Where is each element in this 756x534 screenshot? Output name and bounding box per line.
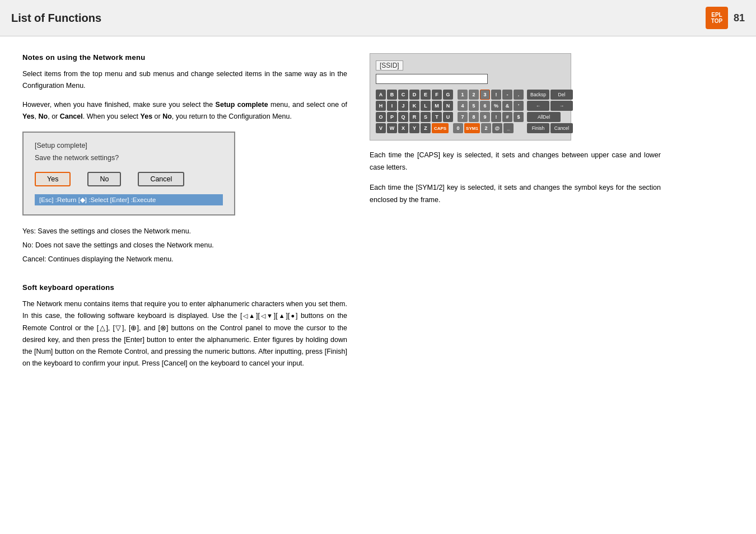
page-header: List of Functions EPL TOP 81 xyxy=(0,0,756,36)
key-O[interactable]: O xyxy=(376,112,386,122)
key-at[interactable]: @ xyxy=(492,123,502,133)
finish-button[interactable]: Finish xyxy=(527,123,549,133)
network-para2: However, when you have finished, make su… xyxy=(22,99,347,123)
ssid-input-bar xyxy=(376,74,488,84)
side-row-2: ← → xyxy=(527,101,573,111)
key-6[interactable]: 6 xyxy=(480,101,490,111)
key-T[interactable]: T xyxy=(432,112,442,122)
key-amp[interactable]: & xyxy=(502,101,512,111)
key-7[interactable]: 7 xyxy=(458,112,468,122)
key-sym1[interactable]: SYM1 xyxy=(464,123,480,133)
soft-keyboard-section: Soft keyboard operations The Network men… xyxy=(22,283,347,370)
key-excl1[interactable]: ! xyxy=(491,90,501,100)
key-Z[interactable]: Z xyxy=(421,123,431,133)
key-Y[interactable]: Y xyxy=(409,123,419,133)
network-section-heading: Notes on using the Network menu xyxy=(22,53,347,62)
keyboard-main: A B C D E F G 1 2 3 ! - . xyxy=(376,90,524,133)
key-5[interactable]: 5 xyxy=(469,101,479,111)
network-para1: Select items from the top menu and sub m… xyxy=(22,68,347,92)
key-S[interactable]: S xyxy=(421,112,431,122)
key-X[interactable]: X xyxy=(398,123,408,133)
key-H[interactable]: H xyxy=(376,101,386,111)
main-content: Notes on using the Network menu Select i… xyxy=(0,36,756,394)
key-1[interactable]: 1 xyxy=(458,90,468,100)
key-0[interactable]: 0 xyxy=(453,123,463,133)
key-C[interactable]: C xyxy=(398,90,408,100)
key-2[interactable]: 2 xyxy=(469,90,479,100)
yes-instruction: Yes: Saves the settings and closes the N… xyxy=(22,224,347,238)
keyboard-side-buttons: Backsp Del ← → AllDel Finish Cancel xyxy=(527,90,573,133)
dialog-buttons: Yes No Cancel xyxy=(35,172,223,186)
key-dash[interactable]: - xyxy=(502,90,512,100)
left-column: Notes on using the Network menu Select i… xyxy=(22,53,347,377)
yes-button[interactable]: Yes xyxy=(35,172,71,186)
logo: EPL TOP xyxy=(706,7,728,29)
key-F[interactable]: F xyxy=(432,90,442,100)
key-V[interactable]: V xyxy=(376,123,386,133)
page-title: List of Functions xyxy=(11,12,101,25)
keyboard-row-3: O P Q R S T U 7 8 9 ! # $ xyxy=(376,112,524,122)
header-right: EPL TOP 81 xyxy=(706,7,745,29)
key-A[interactable]: A xyxy=(376,90,386,100)
side-row-1: Backsp Del xyxy=(527,90,573,100)
key-4[interactable]: 4 xyxy=(458,101,468,111)
key-E[interactable]: E xyxy=(421,90,431,100)
key-8[interactable]: 8 xyxy=(469,112,479,122)
dialog-title: [Setup complete] xyxy=(35,142,223,149)
left-arrow-button[interactable]: ← xyxy=(527,101,549,111)
key-D[interactable]: D xyxy=(409,90,419,100)
side-row-3: AllDel xyxy=(527,112,573,122)
key-underscore[interactable]: _ xyxy=(503,123,514,133)
keyboard-row-2: H I J K L M N 4 5 6 % & ' xyxy=(376,101,524,111)
backsp-button[interactable]: Backsp xyxy=(527,90,549,100)
right-column: [SSID] A B C D E F G 1 2 xyxy=(370,53,661,377)
right-arrow-button[interactable]: → xyxy=(550,101,573,111)
key-dot[interactable]: . xyxy=(514,90,524,100)
cancel-button[interactable]: Cancel xyxy=(138,172,184,186)
key-excl2[interactable]: ! xyxy=(491,112,501,122)
key-caps[interactable]: CAPS xyxy=(432,123,449,133)
sym-description: Each time the [SYM1/2] key is selected, … xyxy=(370,182,661,207)
keyboard-area: A B C D E F G 1 2 3 ! - . xyxy=(376,90,565,133)
key-3[interactable]: 3 xyxy=(480,90,490,100)
soft-keyboard-para: The Network menu contains items that req… xyxy=(22,298,347,370)
network-section: Notes on using the Network menu Select i… xyxy=(22,53,347,266)
key-Q[interactable]: Q xyxy=(398,112,408,122)
no-instruction: No: Does not save the settings and close… xyxy=(22,238,347,252)
key-U[interactable]: U xyxy=(443,112,453,122)
alldel-button[interactable]: AllDel xyxy=(527,112,561,122)
soft-keyboard-heading: Soft keyboard operations xyxy=(22,283,347,292)
key-M[interactable]: M xyxy=(432,101,442,111)
cancel-instruction: Cancel: Continues displaying the Network… xyxy=(22,252,347,266)
del-button[interactable]: Del xyxy=(550,90,573,100)
key-J[interactable]: J xyxy=(398,101,408,111)
caps-description: Each time the [CAPS] key is selected, it… xyxy=(370,149,661,174)
key-N[interactable]: N xyxy=(443,101,453,111)
key-dollar[interactable]: $ xyxy=(514,112,524,122)
ssid-label: [SSID] xyxy=(376,60,403,71)
keyboard-row-1: A B C D E F G 1 2 3 ! - . xyxy=(376,90,524,100)
key-K[interactable]: K xyxy=(409,101,419,111)
setup-complete-dialog: [Setup complete] Save the network settin… xyxy=(22,132,235,216)
key-G[interactable]: G xyxy=(443,90,453,100)
key-quote[interactable]: ' xyxy=(514,101,524,111)
dialog-hint: [Esc] :Return [◆] :Select [Enter] :Execu… xyxy=(35,194,223,205)
page-number: 81 xyxy=(734,12,745,24)
key-hash[interactable]: # xyxy=(502,112,512,122)
side-row-4: Finish Cancel xyxy=(527,123,573,133)
key-L[interactable]: L xyxy=(421,101,431,111)
dialog-question: Save the network settings? xyxy=(35,154,223,162)
keyboard-diagram: [SSID] A B C D E F G 1 2 xyxy=(370,53,571,140)
key-P[interactable]: P xyxy=(387,112,397,122)
no-button[interactable]: No xyxy=(87,172,121,186)
key-R[interactable]: R xyxy=(409,112,419,122)
keyboard-row-4: V W X Y Z CAPS 0 SYM1 2 @ _ xyxy=(376,123,524,133)
key-B[interactable]: B xyxy=(387,90,397,100)
key-9[interactable]: 9 xyxy=(480,112,490,122)
cancel-side-button[interactable]: Cancel xyxy=(550,123,573,133)
key-I[interactable]: I xyxy=(387,101,397,111)
key-percent[interactable]: % xyxy=(491,101,501,111)
key-W[interactable]: W xyxy=(387,123,397,133)
key-2b[interactable]: 2 xyxy=(481,123,491,133)
